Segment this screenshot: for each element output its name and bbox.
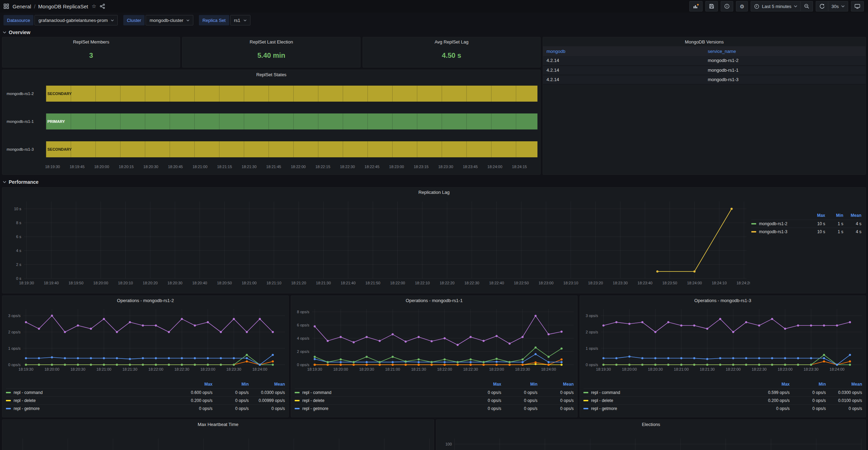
legend-header-max[interactable]: Max [753, 382, 790, 387]
legend-item-repl-delete[interactable]: repl - delete0.200 ops/s0 ops/s0.0100 op… [583, 396, 862, 404]
panel-title[interactable]: Avg ReplSet Lag [363, 37, 540, 46]
legend-header-min[interactable]: Min [825, 213, 843, 218]
heartbeat-plot[interactable]: 10 s [2, 429, 434, 450]
section-performance[interactable]: Performance [2, 177, 866, 187]
replication_lag-plot[interactable]: 18:19:3018:19:4018:19:5018:20:0018:20:10… [2, 197, 750, 291]
save-dashboard-button[interactable] [705, 1, 718, 11]
legend-series-name: repl - command [302, 390, 331, 395]
share-icon[interactable] [100, 3, 105, 9]
panel-title[interactable]: Operations - mongodb-rs1-2 [2, 296, 288, 305]
legend-header-min[interactable]: Min [501, 382, 537, 387]
series-point [810, 364, 812, 366]
series-point [784, 364, 786, 366]
legend-item-mongodb-rs1-2[interactable]: mongodb-rs1-210 s1 s4 s [751, 220, 861, 228]
legend-item-repl-getmore[interactable]: repl - getmore0 ops/s0 ops/s0 ops/s [6, 404, 285, 412]
timeline-state-bar[interactable]: SECONDARY [46, 141, 537, 157]
legend-header-min[interactable]: Min [212, 382, 249, 387]
legend-header-max[interactable]: Max [807, 213, 825, 218]
operations-rs1-1-chart[interactable]: 18:19:3018:20:0018:20:3018:21:0018:21:30… [291, 305, 577, 379]
time-range-picker[interactable]: Last 5 minutes [751, 1, 801, 11]
add-panel-button[interactable] [689, 1, 703, 11]
x-tick-label: 18:20:30 [648, 367, 663, 371]
ops_rs1_2-plot[interactable]: 18:19:3018:20:0018:20:3018:21:0018:21:30… [2, 305, 288, 378]
breadcrumb-dashboard-title[interactable]: MongoDB ReplicaSet [38, 3, 88, 9]
legend-value: 4 s [843, 221, 861, 226]
ops_rs1_3-plot[interactable]: 18:19:3018:20:0018:20:3018:21:0018:21:30… [580, 305, 866, 378]
series-point [444, 358, 446, 361]
series-point [482, 364, 485, 366]
filter-value-cluster[interactable]: mongodb-cluster [146, 15, 193, 25]
filter-value-replica-set[interactable]: rs1 [230, 15, 250, 25]
legend-item-mongodb-rs1-3[interactable]: mongodb-rs1-310 s1 s4 s [751, 228, 861, 236]
operations-rs1-2-chart[interactable]: 18:19:3018:20:0018:20:3018:21:0018:21:30… [2, 305, 288, 379]
panel-title[interactable]: Max Heartbeat Time [2, 420, 434, 429]
legend-header-mean[interactable]: Mean [249, 382, 285, 387]
series-point [849, 321, 851, 323]
legend-item-repl-command[interactable]: repl - command0 ops/s0 ops/s0 ops/s [295, 388, 574, 396]
ops_rs1_1-plot[interactable]: 18:19:3018:20:0018:20:3018:21:0018:21:30… [291, 305, 577, 378]
timeline-state-bar[interactable]: SECONDARY [46, 86, 537, 102]
dashboard-settings-button[interactable]: ⚙ [736, 1, 748, 11]
series-point [849, 354, 851, 356]
section-overview-label: Overview [9, 30, 30, 35]
chevron-down-icon [841, 5, 845, 8]
panel-title[interactable]: Elections [436, 420, 866, 429]
panel-title[interactable]: Operations - mongodb-rs1-1 [291, 296, 577, 305]
refresh-interval-picker[interactable]: 30s [828, 1, 848, 11]
legend-item-repl-command[interactable]: repl - command0.600 ops/s0 ops/s0.0300 o… [6, 388, 285, 396]
series-point [444, 364, 446, 366]
panel-title[interactable]: ReplSet Last Election [183, 37, 360, 46]
series-point [535, 353, 537, 355]
timeline-state-bar[interactable]: PRIMARY [46, 113, 537, 129]
chevron-down-icon [794, 5, 797, 8]
x-tick-label: 18:21:15 [217, 165, 232, 169]
zoom-out-button[interactable] [801, 1, 813, 11]
filter-value-datasource[interactable]: grafanacloud-gabrielantunes-prom [34, 15, 118, 25]
series-point [810, 357, 812, 359]
dashboard-info-button[interactable] [721, 1, 733, 11]
variable-replica-set: Replica Set rs1 [199, 15, 250, 25]
x-tick-label: 18:24:00 [687, 281, 702, 285]
legend-item-repl-delete[interactable]: repl - delete0.200 ops/s0 ops/s0.00999 o… [6, 396, 285, 404]
operations-rs1-3-chart[interactable]: 18:19:3018:20:0018:20:3018:21:0018:21:30… [580, 305, 866, 379]
tv-mode-button[interactable] [851, 1, 864, 11]
panel-title[interactable]: ReplSet Members [2, 37, 180, 46]
legend-header-mean[interactable]: Mean [843, 213, 861, 218]
panel-title[interactable]: Operations - mongodb-rs1-3 [580, 296, 866, 305]
legend-item-repl-getmore[interactable]: repl - getmore0 ops/s0 ops/s0 ops/s [295, 404, 574, 412]
panel-title[interactable]: Replication Lag [2, 188, 866, 197]
legend-header: MaxMinMean [295, 380, 574, 388]
legend-header-mean[interactable]: Mean [826, 382, 862, 387]
panel-title[interactable]: ReplSet States [2, 70, 540, 79]
breadcrumb: General / MongoDB ReplicaSet [13, 3, 88, 9]
series-point [560, 364, 563, 366]
breadcrumb-folder[interactable]: General [13, 3, 31, 9]
column-header-mongodb[interactable]: mongodb [543, 46, 704, 56]
elections-chart[interactable]: 10080 [436, 429, 866, 450]
section-overview[interactable]: Overview [2, 28, 866, 37]
legend-header-mean[interactable]: Mean [537, 382, 574, 387]
max-heartbeat-time-chart[interactable]: 10 s [2, 429, 434, 450]
apps-grid-icon[interactable] [3, 3, 9, 9]
legend-item-repl-getmore[interactable]: repl - getmore0 ops/s0 ops/s0 ops/s [583, 404, 862, 412]
legend-header-max[interactable]: Max [465, 382, 501, 387]
panel-title[interactable]: MongoDB Versions [543, 37, 866, 46]
zoom-out-icon [804, 3, 809, 9]
legend-header-max[interactable]: Max [176, 382, 212, 387]
elections-plot[interactable]: 10080 [436, 429, 866, 450]
series-point [603, 324, 605, 326]
datasource-selected-value: grafanacloud-gabrielantunes-prom [38, 18, 108, 23]
legend-item-repl-delete[interactable]: repl - delete0 ops/s0 ops/s0 ops/s [295, 396, 574, 404]
panel-elections: Elections 10080 [436, 419, 866, 450]
legend-header-min[interactable]: Min [790, 382, 826, 387]
legend-item-repl-command[interactable]: repl - command0.599 ops/s0 ops/s0.0300 o… [583, 388, 862, 396]
x-tick-label: 18:21:45 [266, 165, 281, 169]
series-point [194, 324, 196, 326]
refresh-button[interactable] [816, 1, 828, 11]
panel-operations-rs1-2: Operations - mongodb-rs1-2 18:19:3018:20… [2, 295, 289, 417]
series-point [25, 364, 27, 366]
star-icon[interactable]: ☆ [92, 3, 96, 9]
replset-states-timeline[interactable]: mongodb-rs1-2SECONDARYmongodb-rs1-1PRIMA… [2, 79, 540, 171]
column-header-service-name[interactable]: service_name [704, 46, 866, 56]
replication-lag-chart[interactable]: 18:19:3018:19:4018:19:5018:20:0018:20:10… [2, 197, 750, 293]
